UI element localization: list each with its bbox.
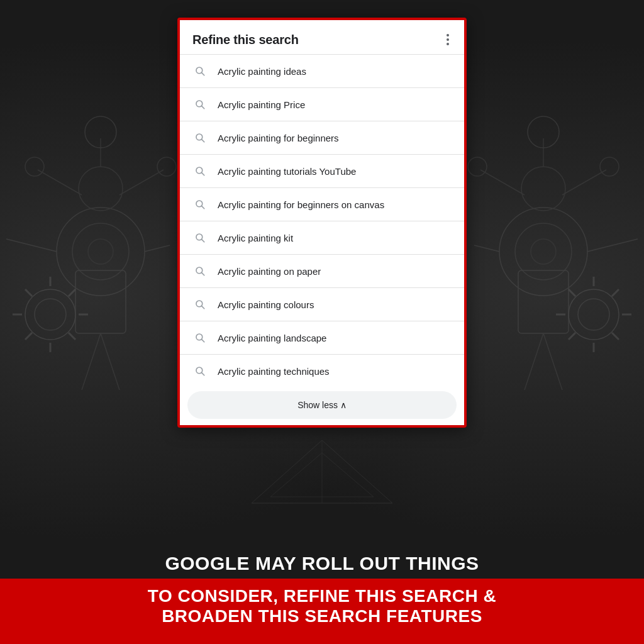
svg-line-63 (202, 206, 204, 209)
search-item[interactable]: Acrylic painting for beginners on canvas (180, 188, 464, 221)
svg-line-55 (202, 73, 204, 75)
search-item-text: Acrylic painting tutorials YouTube (218, 166, 356, 177)
card-title: Refine this search (192, 33, 299, 47)
search-icon (192, 197, 208, 212)
search-icon (192, 264, 208, 279)
footer-red-section: TO CONSIDER, REFINE THIS SEARCH & BROADE… (0, 579, 644, 644)
svg-line-67 (202, 273, 204, 275)
search-item-text: Acrylic painting kit (218, 233, 293, 243)
search-icon (192, 330, 208, 345)
search-icon (192, 64, 208, 79)
search-icon (192, 164, 208, 179)
refine-search-card: Refine this search Acrylic painting idea… (177, 18, 467, 428)
dot3 (447, 43, 449, 45)
search-icon (192, 230, 208, 245)
svg-line-65 (202, 240, 204, 242)
search-item-text: Acrylic painting for beginners on canvas (218, 199, 384, 210)
footer-line1-container: GOOGLE MAY ROLL OUT THINGS (0, 544, 644, 579)
search-item[interactable]: Acrylic painting colours (180, 288, 464, 321)
search-item[interactable]: Acrylic painting for beginners (180, 121, 464, 154)
search-item-text: Acrylic painting ideas (218, 66, 306, 77)
dot2 (447, 38, 449, 41)
search-item[interactable]: Acrylic painting kit (180, 221, 464, 254)
footer-line1: GOOGLE MAY ROLL OUT THINGS (38, 553, 606, 574)
svg-line-69 (202, 306, 204, 309)
show-less-button[interactable]: Show less ∧ (187, 391, 457, 419)
search-icon (192, 297, 208, 312)
search-item-text: Acrylic painting for beginners (218, 133, 339, 143)
search-icon (192, 364, 208, 379)
search-item[interactable]: Acrylic painting ideas (180, 55, 464, 87)
search-item[interactable]: Acrylic painting on paper (180, 255, 464, 287)
svg-line-73 (202, 373, 204, 375)
search-items-list: Acrylic painting ideas Acrylic painting … (180, 55, 464, 387)
footer-section: GOOGLE MAY ROLL OUT THINGS TO CONSIDER, … (0, 544, 644, 644)
search-item[interactable]: Acrylic painting landscape (180, 321, 464, 354)
search-item-text: Acrylic painting colours (218, 299, 314, 310)
search-item-text: Acrylic painting on paper (218, 266, 321, 277)
footer-line2: TO CONSIDER, REFINE THIS SEARCH & (38, 586, 606, 606)
footer-line3: BROADEN THIS SEARCH FEATURES (38, 606, 606, 626)
search-icon (192, 130, 208, 145)
search-icon (192, 97, 208, 112)
search-item-text: Acrylic painting landscape (218, 333, 326, 343)
dot1 (447, 34, 449, 36)
more-options-button[interactable] (444, 31, 452, 48)
search-item-text: Acrylic painting Price (218, 99, 305, 110)
svg-line-61 (202, 173, 204, 175)
svg-line-71 (202, 340, 204, 342)
svg-line-59 (202, 140, 204, 142)
search-item[interactable]: Acrylic painting tutorials YouTube (180, 155, 464, 187)
search-item[interactable]: Acrylic painting techniques (180, 355, 464, 387)
card-header: Refine this search (180, 20, 464, 54)
search-item-text: Acrylic painting techniques (218, 366, 330, 377)
svg-line-57 (202, 106, 204, 109)
search-item[interactable]: Acrylic painting Price (180, 88, 464, 121)
show-less-label: Show less ∧ (297, 400, 347, 410)
